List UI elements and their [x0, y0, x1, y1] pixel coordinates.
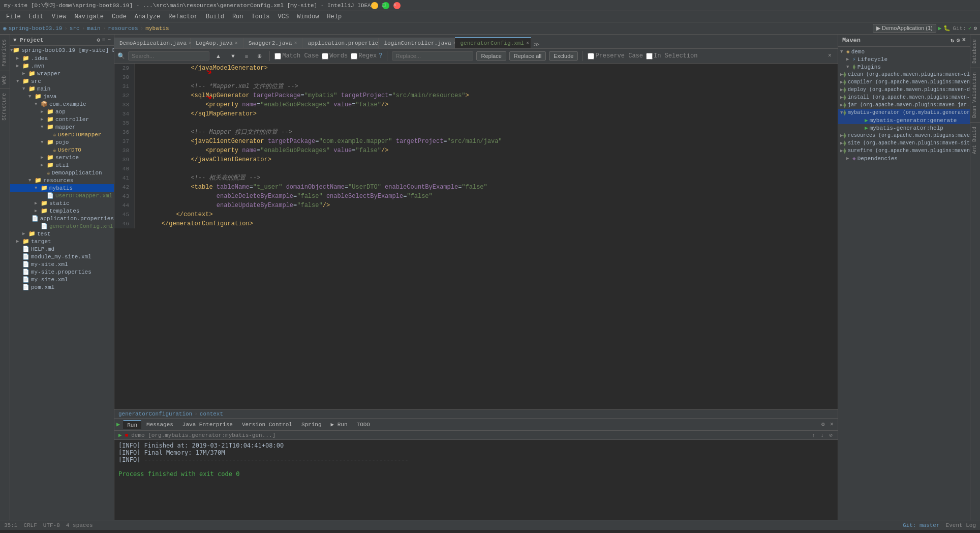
- path-main[interactable]: main: [87, 25, 100, 32]
- tree-pojo[interactable]: ▼ 📁 pojo: [10, 138, 114, 146]
- close-tab-swagger[interactable]: ×: [294, 41, 297, 46]
- tree-demoapplication[interactable]: ☕ DemoApplication: [10, 169, 114, 176]
- tree-mvn[interactable]: ▶ 📁 .mvn: [10, 62, 114, 70]
- regex-help-icon[interactable]: ?: [379, 52, 382, 60]
- tree-java[interactable]: ▼ 📁 java: [10, 93, 114, 100]
- replace-input[interactable]: [392, 51, 473, 61]
- menu-edit[interactable]: Edit: [25, 11, 48, 22]
- favorites-tab[interactable]: Favorites: [0, 35, 10, 71]
- tab-demoapplication[interactable]: DemoApplication.java ×: [114, 38, 191, 48]
- tab-spring[interactable]: Spring: [297, 421, 326, 429]
- status-indent[interactable]: 4 spaces: [66, 522, 93, 528]
- tree-mapper[interactable]: ▼ 📁 mapper: [10, 123, 114, 131]
- maven-demo[interactable]: ▼ ◈ demo: [838, 48, 970, 55]
- run-scroll-top[interactable]: ↑: [811, 432, 816, 438]
- menu-navigate[interactable]: Navigate: [70, 11, 108, 22]
- find-next-btn[interactable]: ▼: [227, 52, 239, 60]
- tree-gen-config[interactable]: 📄 generatorConfig.xml: [10, 222, 114, 230]
- maven-jar[interactable]: ▶ ⧫ jar (org.apache.maven.plugins:maven-…: [838, 101, 970, 109]
- maven-settings-icon[interactable]: ⚙: [957, 37, 960, 44]
- close-search-icon[interactable]: ×: [825, 52, 835, 60]
- run-play-icon[interactable]: ▶: [118, 432, 122, 438]
- run-icon[interactable]: ▶: [938, 25, 942, 32]
- match-word-btn[interactable]: ≡: [242, 52, 251, 60]
- breadcrumb-context[interactable]: context: [200, 411, 223, 417]
- settings-icon[interactable]: ⚙: [973, 25, 977, 32]
- run-clear[interactable]: ⊘: [828, 432, 834, 438]
- status-git[interactable]: Git: master: [903, 522, 940, 528]
- maven-clean[interactable]: ▶ ⧫ clean (org.apache.maven.plugins:mave…: [838, 71, 970, 78]
- replace-all-btn[interactable]: Replace all: [509, 51, 546, 61]
- tree-spring-boot[interactable]: ▼ 📁 spring-boot03.19 [my-site] D:\学: [10, 46, 114, 54]
- tree-controller[interactable]: ▶ 📁 controller: [10, 115, 114, 123]
- tree-service[interactable]: ▶ 📁 service: [10, 154, 114, 161]
- tree-aop[interactable]: ▶ 📁 aop: [10, 108, 114, 115]
- tab-appprops[interactable]: application.properties ×: [302, 38, 379, 48]
- tree-com-example[interactable]: ▼ 📦 com.example: [10, 100, 114, 108]
- tab-version-control[interactable]: Version Control: [238, 421, 296, 429]
- regex-check[interactable]: [351, 53, 357, 60]
- tab-genconfig[interactable]: generatorConfig.xml ×: [455, 37, 531, 48]
- tree-userdtomapper-xml[interactable]: 📄 UserDTOMapper.xml: [10, 192, 114, 199]
- tree-mybatis[interactable]: ▼ 📁 mybatis: [10, 184, 114, 192]
- tab-run2[interactable]: ▶ Run: [327, 420, 352, 429]
- minimize-btn[interactable]: −: [371, 2, 378, 9]
- tree-main[interactable]: ▼ 📁 main: [10, 85, 114, 93]
- tab-overflow-icon[interactable]: ≫: [533, 41, 540, 48]
- close-tab-logaop[interactable]: ×: [235, 41, 238, 46]
- menu-analyze[interactable]: Analyze: [131, 11, 164, 22]
- menu-run[interactable]: Run: [228, 11, 248, 22]
- tree-wrapper[interactable]: ▶ 📁 wrapper: [10, 70, 114, 77]
- console-pin-icon[interactable]: ×: [828, 421, 836, 428]
- project-layout-icon[interactable]: ≡: [102, 37, 106, 43]
- tree-src[interactable]: ▼ 📁 src: [10, 77, 114, 85]
- bean-validation-tab[interactable]: Bean Validation: [970, 68, 980, 122]
- status-line-ending[interactable]: CRLF: [23, 522, 37, 528]
- tree-userdto[interactable]: ☕ UserDTO: [10, 146, 114, 154]
- database-tab[interactable]: Database: [970, 35, 980, 68]
- menu-window[interactable]: Window: [293, 11, 323, 22]
- maven-resources[interactable]: ▶ ⧫ resources (org.apache.maven.plugins:…: [838, 132, 970, 139]
- path-mybatis[interactable]: mybatis: [145, 25, 169, 32]
- project-settings-icon[interactable]: ⚙: [97, 37, 100, 43]
- run-app-btn[interactable]: ▶ DemoApplication (1): [873, 24, 936, 33]
- find-prev-btn[interactable]: ▲: [212, 52, 224, 60]
- tab-java-enterprise[interactable]: Java Enterprise: [178, 421, 237, 429]
- maven-close-icon[interactable]: ×: [962, 37, 966, 44]
- in-selection-check[interactable]: [646, 53, 653, 60]
- maven-plugins[interactable]: ▼ ⧫ Plugins: [838, 63, 970, 71]
- close-tab-genconfig[interactable]: ×: [526, 41, 529, 46]
- tree-static[interactable]: ▶ 📁 static: [10, 199, 114, 207]
- maven-generate-goal[interactable]: ▶ mybatis-generator:generate: [838, 116, 970, 124]
- structure-tab[interactable]: Structure: [0, 88, 10, 125]
- tree-module-site[interactable]: 📄 module_my-site.xml: [10, 253, 114, 260]
- run-stop-icon[interactable]: ■: [125, 432, 129, 438]
- code-editor[interactable]: 29 </javaModelGenerator> 30 31 <!-- *M: [114, 64, 838, 409]
- tree-userdtomapper[interactable]: ☕ UserDTOMapper: [10, 131, 114, 138]
- preserve-case-check[interactable]: [588, 53, 594, 60]
- menu-tools[interactable]: Tools: [248, 11, 274, 22]
- filter-btn[interactable]: ⊕: [254, 52, 265, 61]
- replace-btn[interactable]: Replace: [476, 51, 506, 61]
- menu-help[interactable]: Help: [323, 11, 346, 22]
- close-btn[interactable]: ×: [393, 2, 401, 9]
- maven-mybatis-generator[interactable]: ▼ ⧫ mybatis-generator (org.mybatis.gener…: [838, 109, 970, 116]
- tab-logaop[interactable]: LogAop.java ×: [191, 38, 243, 48]
- search-input[interactable]: [128, 51, 209, 61]
- tab-loginctrl[interactable]: loginController.java ×: [379, 38, 455, 48]
- menu-file[interactable]: File: [2, 11, 25, 22]
- tree-my-site-xml[interactable]: 📄 my-site.xml: [10, 260, 114, 268]
- status-encoding[interactable]: UTF-8: [43, 522, 60, 528]
- maven-lifecycle[interactable]: ▶ ⚡ Lifecycle: [838, 55, 970, 63]
- tab-run[interactable]: Run: [123, 420, 141, 429]
- tree-util[interactable]: ▶ 📁 util: [10, 161, 114, 169]
- menu-code[interactable]: Code: [108, 11, 131, 22]
- match-case-check[interactable]: [274, 53, 281, 60]
- console-settings-icon[interactable]: ⚙: [819, 421, 827, 428]
- menu-build[interactable]: Build: [202, 11, 228, 22]
- tree-app-props[interactable]: 📄 application.properties: [10, 215, 114, 222]
- menu-vcs[interactable]: VCS: [274, 11, 293, 22]
- debug-icon[interactable]: 🐛: [943, 25, 951, 32]
- tree-target[interactable]: ▶ 📁 target: [10, 238, 114, 245]
- tree-pom[interactable]: 📄 pom.xml: [10, 283, 114, 291]
